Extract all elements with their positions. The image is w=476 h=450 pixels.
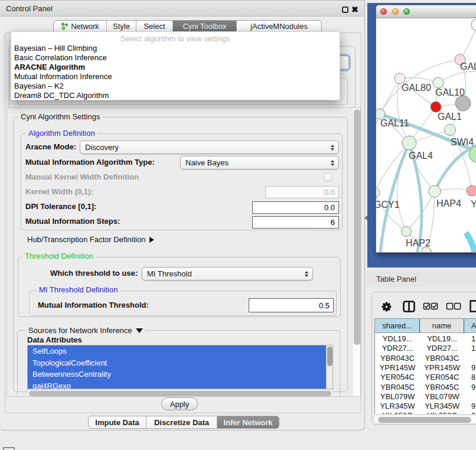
table-cell[interactable]: YBL079W — [420, 392, 464, 401]
float-window-icon[interactable] — [342, 6, 348, 13]
table-cell[interactable]: YBR043C — [375, 354, 420, 363]
table-cell[interactable]: 9 — [471, 411, 475, 414]
close-icon[interactable]: ✖ — [351, 5, 358, 14]
dropdown-item[interactable]: Dream8 DC_TDC Algorithm — [11, 91, 340, 100]
dropdown-item[interactable]: Mutual Information Inference — [11, 72, 340, 81]
data-attributes-list[interactable]: SelfLoopsTopologicalCoefficientBetweenne… — [27, 345, 333, 389]
zoom-traffic-light-icon[interactable] — [403, 8, 410, 15]
network-window-titlebar[interactable] — [376, 5, 476, 18]
attribute-list-item[interactable]: SelfLoops — [28, 345, 326, 357]
tab-label: Style — [113, 22, 130, 31]
table-cell[interactable]: 12 — [471, 344, 476, 353]
split-columns-icon[interactable] — [404, 302, 415, 312]
hub-transcription-section-header[interactable]: Hub/Transcription Factor Definition — [27, 235, 154, 244]
network-edge[interactable] — [380, 79, 400, 114]
network-node[interactable] — [455, 96, 471, 111]
column-header[interactable]: A — [464, 319, 476, 333]
node-table[interactable]: shared...nameA YDL19...YDL19...13YDR27..… — [374, 318, 476, 414]
table-cell[interactable]: YPR145W — [375, 363, 420, 372]
table-cell[interactable]: 8. — [471, 373, 476, 381]
tab-select[interactable]: Select — [136, 21, 173, 32]
network-node[interactable] — [433, 77, 444, 88]
attributes-vertical-scrollbar[interactable] — [326, 345, 333, 389]
settings-vscroll-thumb[interactable] — [354, 109, 360, 345]
table-cell[interactable]: YBR043C — [420, 354, 464, 363]
table-cell[interactable]: YER054C — [420, 373, 464, 381]
table-cell[interactable]: 9. — [471, 383, 476, 392]
table-cell[interactable]: YPR145W — [420, 363, 464, 372]
attributes-vscroll-thumb[interactable] — [327, 347, 332, 366]
table-cell[interactable]: 9. — [471, 363, 476, 372]
attribute-list-item[interactable]: BetweennessCentrality — [28, 369, 326, 380]
network-canvas[interactable]: GAL2GAL80GAL10GAL1GAL11SWI4GAL4HAP4YGCY1… — [376, 18, 476, 252]
column-header[interactable]: shared... — [375, 319, 420, 333]
mi-steps-label: Mutual Information Steps: — [25, 217, 120, 226]
table-cell[interactable]: YBL079W — [375, 392, 420, 401]
close-traffic-light-icon[interactable] — [380, 8, 387, 15]
network-node[interactable] — [402, 227, 412, 237]
table-horizontal-scrollbar[interactable] — [375, 415, 476, 423]
tab-jactivemnodules[interactable]: jActiveMNodules — [237, 21, 321, 32]
mi-algorithm-type-combobox[interactable]: Naive Bayes — [180, 156, 339, 169]
mode-tab-impute-data[interactable]: Impute Data — [89, 416, 146, 428]
dropdown-item[interactable]: Bayesian – K2 — [11, 81, 340, 91]
network-node[interactable] — [429, 185, 441, 197]
table-cell[interactable]: YER054C — [375, 373, 420, 381]
column-header[interactable]: name — [420, 319, 464, 333]
kernel-width-field[interactable]: 0.0 — [265, 186, 339, 198]
dropdown-item[interactable]: Bayesian – Hill Climbing — [11, 44, 340, 53]
mi-steps-field[interactable]: 6 — [252, 216, 339, 229]
dropdown-item[interactable]: ARACNE Algorithm — [11, 63, 340, 72]
tab-cyni-toolbox[interactable]: Cyni Toolbox — [173, 21, 237, 32]
table-cell[interactable]: YDR27... — [420, 344, 464, 353]
table-cell[interactable]: YIL052C — [420, 411, 464, 414]
mode-tab-infer-network[interactable]: Infer Network — [217, 416, 279, 428]
document-icon[interactable] — [471, 301, 476, 312]
network-node[interactable] — [445, 125, 456, 136]
deselect-all-checkbox-icon[interactable] — [447, 304, 461, 309]
tab-network[interactable]: Network — [54, 21, 107, 32]
network-node[interactable] — [471, 19, 476, 31]
table-cell[interactable]: YDL19... — [375, 334, 420, 343]
network-edge[interactable] — [466, 233, 475, 252]
table-cell[interactable]: YLR345W — [420, 402, 464, 410]
gear-icon[interactable] — [382, 302, 392, 312]
network-edge[interactable] — [438, 71, 476, 83]
settings-vertical-scrollbar[interactable] — [352, 108, 361, 396]
mode-tab-discretize-data[interactable]: Discretize Data — [146, 416, 217, 428]
network-view-window[interactable]: GAL2GAL80GAL10GAL1GAL11SWI4GAL4HAP4YGCY1… — [376, 5, 476, 253]
table-cell[interactable]: YBR045C — [375, 383, 420, 392]
table-hscroll-thumb[interactable] — [378, 417, 471, 423]
table-cell[interactable]: YIL052C — [375, 411, 420, 414]
network-edge[interactable] — [460, 25, 476, 60]
which-threshold-combobox[interactable]: MI Threshold — [142, 267, 313, 281]
mi-threshold-field[interactable]: 0.5 — [249, 298, 334, 312]
attribute-list-item[interactable]: gal4RGexp — [28, 380, 326, 390]
table-cell[interactable]: 13 — [471, 334, 476, 343]
dpi-tolerance-field[interactable]: 0.0 — [252, 201, 339, 214]
sources-section-header[interactable]: Sources for Network Inference — [26, 326, 145, 335]
minimize-traffic-light-icon[interactable] — [392, 8, 399, 15]
tab-style[interactable]: Style — [107, 21, 136, 32]
network-edge[interactable] — [400, 78, 438, 83]
manual-kernel-width-checkbox[interactable] — [324, 173, 332, 181]
table-cell[interactable]: YDL19... — [420, 334, 464, 343]
table-cell[interactable]: YDR27... — [375, 344, 420, 353]
table-cell[interactable]: YBR045C — [420, 383, 464, 392]
dropdown-item[interactable]: Basic Correlation Inference — [11, 53, 340, 63]
network-node[interactable] — [376, 187, 380, 198]
split-divider-collapse-icon[interactable] — [364, 216, 367, 220]
network-node[interactable] — [402, 136, 416, 150]
network-edge[interactable] — [376, 114, 380, 193]
select-all-checkbox-icon[interactable] — [424, 304, 438, 309]
network-node[interactable] — [431, 102, 441, 112]
table-cell[interactable]: YLR345W — [375, 402, 420, 410]
aracne-mode-combobox[interactable]: Discovery — [80, 141, 339, 154]
table-cell[interactable]: 9. — [471, 402, 476, 410]
attributes-hscroll-thumb[interactable] — [29, 391, 331, 396]
apply-button[interactable]: Apply — [161, 397, 198, 410]
attributes-horizontal-scrollbar[interactable] — [27, 390, 333, 397]
attribute-list-item[interactable]: TopologicalCoefficient — [28, 357, 326, 369]
minimized-widget[interactable] — [3, 447, 15, 450]
network-node[interactable] — [467, 185, 476, 196]
